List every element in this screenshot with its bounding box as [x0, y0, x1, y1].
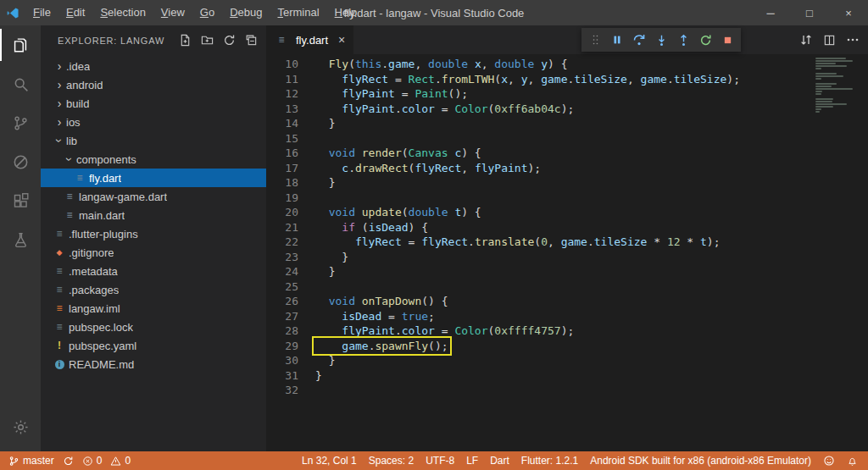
minimap-line: [815, 106, 833, 108]
tab-label: fly.dart: [296, 34, 328, 47]
pause-button[interactable]: [606, 29, 628, 51]
status-indentation[interactable]: Spaces: 2: [369, 455, 414, 467]
status-notifications[interactable]: [847, 456, 858, 467]
line-number[interactable]: 14: [266, 116, 315, 131]
tree-item-gitignore[interactable]: ◆.gitignore: [41, 243, 266, 262]
status-device[interactable]: Android SDK built for x86 (android-x86 E…: [590, 455, 811, 467]
tree-item-readme-md[interactable]: iREADME.md: [41, 355, 266, 373]
tab-fly-dart[interactable]: ≡fly.dart×: [266, 25, 353, 54]
line-number[interactable]: 11: [266, 72, 315, 87]
line-number[interactable]: 31: [266, 368, 315, 384]
menu-file[interactable]: File: [25, 0, 58, 25]
activity-item-test[interactable]: [0, 220, 41, 259]
line-number[interactable]: 17: [266, 161, 315, 176]
line-number[interactable]: 10: [266, 57, 315, 72]
tree-item-lib[interactable]: ›lib: [41, 131, 266, 150]
tree-item-android[interactable]: ›android: [41, 75, 266, 94]
tree-item-build[interactable]: ›build: [41, 94, 266, 113]
activity-item-settings[interactable]: [0, 407, 41, 446]
activity-item-extensions[interactable]: [0, 181, 41, 220]
tree-item-flutter-plugins[interactable]: ≡.flutter-plugins: [41, 224, 266, 243]
activity-bar: [0, 25, 41, 451]
line-number[interactable]: 29: [266, 339, 315, 354]
tree-item-idea[interactable]: ›.idea: [41, 57, 266, 75]
activity-item-search[interactable]: [0, 64, 41, 103]
status-warnings[interactable]: 0: [110, 455, 131, 467]
line-number[interactable]: 27: [266, 309, 315, 324]
split-editor-button[interactable]: [823, 34, 836, 47]
code-tokens: flyRect = Rect.fromLTWH(x, y, game.tileS…: [315, 73, 740, 86]
activity-item-explorer[interactable]: [0, 25, 41, 64]
menu-edit[interactable]: Edit: [58, 0, 92, 25]
file-label: fly.dart: [89, 172, 121, 185]
line-number[interactable]: 25: [266, 279, 315, 295]
code-editor[interactable]: 10 Fly(this.game, double x, double y) {1…: [266, 54, 868, 451]
minimize-button[interactable]: ─: [751, 0, 790, 25]
line-number[interactable]: 21: [266, 220, 315, 235]
menu-view[interactable]: View: [153, 0, 192, 25]
menu-debug[interactable]: Debug: [222, 0, 270, 25]
status-cursor-position[interactable]: Ln 32, Col 1: [302, 455, 357, 467]
step-out-button[interactable]: [672, 29, 694, 51]
status-eol[interactable]: LF: [466, 455, 478, 467]
stop-button[interactable]: [716, 29, 738, 51]
tree-item-pubspec-lock[interactable]: ≡pubspec.lock: [41, 318, 266, 336]
status-errors[interactable]: 0: [82, 455, 103, 467]
activity-item-source-control[interactable]: [0, 103, 41, 142]
code-text: flyRect = Rect.fromLTWH(x, y, game.tileS…: [315, 72, 740, 87]
tree-item-ios[interactable]: ›ios: [41, 113, 266, 131]
tree-item-metadata[interactable]: ≡.metadata: [41, 262, 266, 280]
collapse-all-button[interactable]: [242, 32, 259, 49]
drag-grip-button[interactable]: [584, 29, 606, 51]
line-number[interactable]: 28: [266, 323, 315, 339]
tree-item-langaw-iml[interactable]: ≡langaw.iml: [41, 299, 266, 318]
code-line-20: 20 void update(double t) {: [266, 205, 868, 220]
step-over-button[interactable]: [628, 29, 650, 51]
maximize-button[interactable]: □: [790, 0, 829, 25]
menu-selection[interactable]: Selection: [92, 0, 153, 25]
more-actions-button[interactable]: [846, 33, 860, 47]
tab-close-icon[interactable]: ×: [338, 33, 345, 47]
code-text: flyRect = flyRect.translate(0, game.tile…: [315, 235, 721, 250]
line-number[interactable]: 32: [266, 383, 315, 398]
step-into-button[interactable]: [650, 29, 672, 51]
new-folder-button[interactable]: [198, 32, 215, 49]
line-number[interactable]: 26: [266, 294, 315, 309]
drag-grip-icon: [592, 33, 599, 47]
tree-item-fly-dart[interactable]: ≡fly.dart: [41, 169, 266, 187]
split-editor-icon: [823, 34, 836, 47]
status-flutter-version[interactable]: Flutter: 1.2.1: [521, 455, 578, 467]
line-number[interactable]: 30: [266, 353, 315, 368]
status-language[interactable]: Dart: [490, 455, 509, 467]
status-feedback[interactable]: [823, 455, 835, 467]
tree-item-main-dart[interactable]: ≡main.dart: [41, 206, 266, 224]
tree-item-langaw-game-dart[interactable]: ≡langaw-game.dart: [41, 187, 266, 206]
tree-item-components[interactable]: ›components: [41, 150, 266, 169]
status-sync[interactable]: [63, 456, 74, 467]
menu-terminal[interactable]: Terminal: [270, 0, 326, 25]
status-label: 0: [97, 455, 103, 467]
line-number[interactable]: 18: [266, 175, 315, 191]
tree-item-packages[interactable]: ≡.packages: [41, 280, 266, 299]
code-tokens: flyRect = flyRect.translate(0, game.tile…: [315, 235, 721, 248]
line-number[interactable]: 23: [266, 250, 315, 265]
switch-editor-button[interactable]: [799, 33, 813, 47]
restart-button[interactable]: [694, 29, 716, 51]
close-button[interactable]: ×: [829, 0, 868, 25]
line-number[interactable]: 19: [266, 191, 315, 206]
line-number[interactable]: 15: [266, 131, 315, 147]
line-number[interactable]: 20: [266, 205, 315, 220]
line-number[interactable]: 13: [266, 102, 315, 117]
refresh-button[interactable]: [220, 32, 237, 49]
tree-item-pubspec-yaml[interactable]: !pubspec.yaml: [41, 336, 266, 355]
new-file-button[interactable]: [176, 32, 193, 49]
line-number[interactable]: 22: [266, 235, 315, 250]
menu-go[interactable]: Go: [192, 0, 222, 25]
minimap[interactable]: [815, 58, 856, 116]
status-branch[interactable]: master: [8, 455, 54, 467]
line-number[interactable]: 12: [266, 86, 315, 102]
line-number[interactable]: 16: [266, 146, 315, 161]
activity-item-debug[interactable]: [0, 142, 41, 181]
status-encoding[interactable]: UTF-8: [426, 455, 454, 467]
line-number[interactable]: 24: [266, 264, 315, 279]
